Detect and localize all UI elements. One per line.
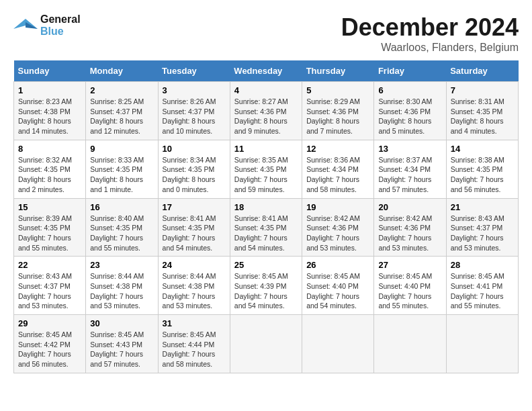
day-header-monday: Monday <box>86 60 158 82</box>
page-header: General Blue December 2024 Waarloos, Fla… <box>13 13 519 54</box>
day-info: Sunrise: 8:30 AMSunset: 4:36 PMDaylight:… <box>378 97 432 135</box>
day-info: Sunrise: 8:43 AMSunset: 4:37 PMDaylight:… <box>18 272 72 310</box>
day-number: 29 <box>18 318 81 328</box>
day-header-tuesday: Tuesday <box>158 60 230 82</box>
calendar-cell: 5 Sunrise: 8:29 AMSunset: 4:36 PMDayligh… <box>302 82 374 140</box>
day-number: 15 <box>18 202 81 212</box>
day-info: Sunrise: 8:45 AMSunset: 4:39 PMDaylight:… <box>234 272 288 310</box>
day-number: 3 <box>163 85 226 95</box>
day-info: Sunrise: 8:45 AMSunset: 4:40 PMDaylight:… <box>306 272 360 310</box>
calendar-cell: 27 Sunrise: 8:45 AMSunset: 4:40 PMDaylig… <box>374 257 446 315</box>
day-info: Sunrise: 8:44 AMSunset: 4:38 PMDaylight:… <box>90 272 144 310</box>
day-number: 4 <box>234 85 298 95</box>
calendar-cell: 24 Sunrise: 8:44 AMSunset: 4:38 PMDaylig… <box>158 257 230 315</box>
day-number: 19 <box>306 202 369 212</box>
day-number: 10 <box>163 144 226 154</box>
calendar-header-row: SundayMondayTuesdayWednesdayThursdayFrid… <box>14 60 519 82</box>
day-number: 18 <box>234 202 298 212</box>
day-info: Sunrise: 8:38 AMSunset: 4:35 PMDaylight:… <box>451 156 504 193</box>
day-number: 17 <box>163 202 226 212</box>
day-number: 30 <box>90 318 153 328</box>
day-header-saturday: Saturday <box>446 60 518 82</box>
day-number: 21 <box>451 202 514 212</box>
day-info: Sunrise: 8:41 AMSunset: 4:35 PMDaylight:… <box>163 214 216 252</box>
calendar-cell: 20 Sunrise: 8:42 AMSunset: 4:36 PMDaylig… <box>374 198 446 257</box>
calendar-cell: 13 Sunrise: 8:37 AMSunset: 4:34 PMDaylig… <box>374 140 446 198</box>
calendar-cell: 17 Sunrise: 8:41 AMSunset: 4:35 PMDaylig… <box>158 198 230 257</box>
calendar-cell: 18 Sunrise: 8:41 AMSunset: 4:35 PMDaylig… <box>230 198 302 257</box>
day-number: 28 <box>451 260 514 270</box>
day-info: Sunrise: 8:29 AMSunset: 4:36 PMDaylight:… <box>306 97 360 135</box>
calendar-cell: 15 Sunrise: 8:39 AMSunset: 4:35 PMDaylig… <box>14 198 86 257</box>
location: Waarloos, Flanders, Belgium <box>341 42 519 54</box>
calendar-cell <box>446 315 518 373</box>
day-info: Sunrise: 8:39 AMSunset: 4:35 PMDaylight:… <box>18 214 72 252</box>
calendar-cell: 21 Sunrise: 8:43 AMSunset: 4:37 PMDaylig… <box>446 198 518 257</box>
day-number: 24 <box>163 260 226 270</box>
calendar-cell: 31 Sunrise: 8:45 AMSunset: 4:44 PMDaylig… <box>158 315 230 373</box>
calendar-cell: 3 Sunrise: 8:26 AMSunset: 4:37 PMDayligh… <box>158 82 230 140</box>
day-info: Sunrise: 8:43 AMSunset: 4:37 PMDaylight:… <box>451 214 504 252</box>
day-info: Sunrise: 8:31 AMSunset: 4:35 PMDaylight:… <box>451 97 504 135</box>
calendar-week-5: 29 Sunrise: 8:45 AMSunset: 4:42 PMDaylig… <box>14 315 519 373</box>
day-number: 20 <box>378 202 441 212</box>
calendar-cell: 10 Sunrise: 8:34 AMSunset: 4:35 PMDaylig… <box>158 140 230 198</box>
day-number: 22 <box>18 260 81 270</box>
title-block: December 2024 Waarloos, Flanders, Belgiu… <box>341 13 519 54</box>
day-info: Sunrise: 8:35 AMSunset: 4:35 PMDaylight:… <box>234 156 288 193</box>
day-number: 13 <box>378 144 441 154</box>
calendar-week-1: 1 Sunrise: 8:23 AMSunset: 4:38 PMDayligh… <box>14 82 519 140</box>
day-info: Sunrise: 8:45 AMSunset: 4:44 PMDaylight:… <box>163 330 216 368</box>
day-number: 26 <box>306 260 369 270</box>
day-number: 12 <box>306 144 369 154</box>
calendar-cell: 2 Sunrise: 8:25 AMSunset: 4:37 PMDayligh… <box>86 82 158 140</box>
day-header-sunday: Sunday <box>14 60 86 82</box>
day-number: 6 <box>378 85 441 95</box>
calendar-week-3: 15 Sunrise: 8:39 AMSunset: 4:35 PMDaylig… <box>14 198 519 257</box>
day-info: Sunrise: 8:42 AMSunset: 4:36 PMDaylight:… <box>306 214 360 252</box>
calendar-cell: 11 Sunrise: 8:35 AMSunset: 4:35 PMDaylig… <box>230 140 302 198</box>
day-number: 14 <box>451 144 514 154</box>
day-number: 8 <box>18 144 81 154</box>
day-info: Sunrise: 8:41 AMSunset: 4:35 PMDaylight:… <box>234 214 288 252</box>
calendar-cell: 22 Sunrise: 8:43 AMSunset: 4:37 PMDaylig… <box>14 257 86 315</box>
calendar-cell: 29 Sunrise: 8:45 AMSunset: 4:42 PMDaylig… <box>14 315 86 373</box>
day-number: 2 <box>90 85 153 95</box>
logo: General Blue <box>13 13 81 38</box>
calendar-week-2: 8 Sunrise: 8:32 AMSunset: 4:35 PMDayligh… <box>14 140 519 198</box>
calendar-week-4: 22 Sunrise: 8:43 AMSunset: 4:37 PMDaylig… <box>14 257 519 315</box>
day-info: Sunrise: 8:23 AMSunset: 4:38 PMDaylight:… <box>18 97 72 135</box>
calendar-cell: 14 Sunrise: 8:38 AMSunset: 4:35 PMDaylig… <box>446 140 518 198</box>
calendar-cell: 26 Sunrise: 8:45 AMSunset: 4:40 PMDaylig… <box>302 257 374 315</box>
day-header-wednesday: Wednesday <box>230 60 302 82</box>
calendar-cell: 28 Sunrise: 8:45 AMSunset: 4:41 PMDaylig… <box>446 257 518 315</box>
logo-text: General Blue <box>40 13 81 38</box>
day-header-friday: Friday <box>374 60 446 82</box>
calendar-cell: 8 Sunrise: 8:32 AMSunset: 4:35 PMDayligh… <box>14 140 86 198</box>
calendar-cell: 9 Sunrise: 8:33 AMSunset: 4:35 PMDayligh… <box>86 140 158 198</box>
calendar-cell: 7 Sunrise: 8:31 AMSunset: 4:35 PMDayligh… <box>446 82 518 140</box>
day-info: Sunrise: 8:33 AMSunset: 4:35 PMDaylight:… <box>90 156 144 193</box>
day-header-thursday: Thursday <box>302 60 374 82</box>
day-number: 27 <box>378 260 441 270</box>
calendar-table: SundayMondayTuesdayWednesdayThursdayFrid… <box>13 60 519 373</box>
day-info: Sunrise: 8:34 AMSunset: 4:35 PMDaylight:… <box>163 156 216 193</box>
calendar-cell <box>230 315 302 373</box>
day-info: Sunrise: 8:45 AMSunset: 4:41 PMDaylight:… <box>451 272 504 310</box>
day-info: Sunrise: 8:25 AMSunset: 4:37 PMDaylight:… <box>90 97 144 135</box>
logo-icon <box>13 15 38 36</box>
day-number: 11 <box>234 144 298 154</box>
day-info: Sunrise: 8:44 AMSunset: 4:38 PMDaylight:… <box>163 272 216 310</box>
calendar-cell <box>302 315 374 373</box>
day-info: Sunrise: 8:36 AMSunset: 4:34 PMDaylight:… <box>306 156 360 193</box>
day-number: 1 <box>18 85 81 95</box>
day-info: Sunrise: 8:42 AMSunset: 4:36 PMDaylight:… <box>378 214 432 252</box>
day-number: 5 <box>306 85 369 95</box>
calendar-cell: 12 Sunrise: 8:36 AMSunset: 4:34 PMDaylig… <box>302 140 374 198</box>
calendar-cell: 6 Sunrise: 8:30 AMSunset: 4:36 PMDayligh… <box>374 82 446 140</box>
day-info: Sunrise: 8:26 AMSunset: 4:37 PMDaylight:… <box>163 97 216 135</box>
day-info: Sunrise: 8:40 AMSunset: 4:35 PMDaylight:… <box>90 214 144 252</box>
day-info: Sunrise: 8:32 AMSunset: 4:35 PMDaylight:… <box>18 156 72 193</box>
calendar-body: 1 Sunrise: 8:23 AMSunset: 4:38 PMDayligh… <box>14 82 519 373</box>
day-number: 23 <box>90 260 153 270</box>
